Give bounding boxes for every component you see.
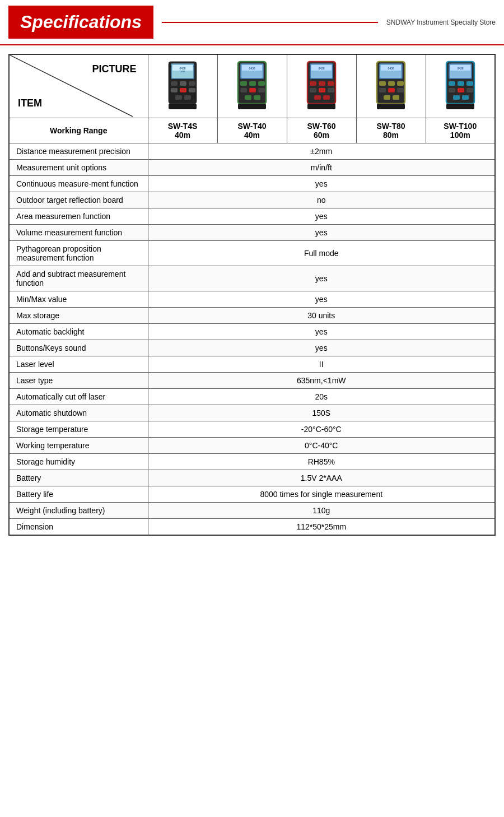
working-range-row: Working Range SW-T4S40m SW-T4040m SW-T60… [9,118,495,143]
spec-value: 0°C-40°C [148,438,495,454]
table-row: Continuous measure-ment function yes [9,176,495,192]
spec-item: Storage humidity [9,454,148,470]
spec-item: Distance measurement precision [9,143,148,160]
spec-item: Storage temperature [9,421,148,438]
device-icon-3: 0438 [302,59,341,112]
spec-value: no [148,192,495,208]
svg-rect-15 [169,104,197,109]
table-row: Automatic shutdown 150S [9,405,495,421]
spec-item: Pythagorean proposition measurement func… [9,241,148,266]
header: Specifications SNDWAY Instrument Special… [0,0,504,45]
table-row: Laser level II [9,356,495,373]
product-sw-t60: 0438 [287,54,356,118]
spec-item: Min/Max value [9,291,148,308]
svg-rect-36 [319,81,325,86]
spec-value: 1.5V 2*AAA [148,470,495,486]
product-image-5: 0438 [435,57,486,113]
store-name: SNDWAY Instrument Specialty Store [386,18,496,26]
spec-value: yes [148,225,495,241]
svg-rect-54 [397,88,404,92]
svg-text:0438: 0438 [249,67,255,70]
svg-text:0438: 0438 [388,67,394,70]
spec-value: 112*50*25mm [148,519,495,536]
spec-item: Automatic shutdown [9,405,148,421]
svg-rect-51 [397,81,404,86]
spec-value: yes [148,340,495,356]
svg-rect-40 [328,88,334,92]
spec-value: 20s [148,389,495,405]
spec-item: Laser type [9,373,148,389]
spec-item: Area measuremen function [9,208,148,225]
svg-rect-10 [171,88,178,92]
spec-item: Volume measurement function [9,225,148,241]
svg-rect-64 [458,81,464,86]
spec-title: Specifications [20,12,142,32]
product-sw-t40: 0438 [217,54,287,118]
spec-value: ±2mm [148,143,495,160]
table-row: Dimension 112*50*25mm [9,519,495,536]
svg-rect-71 [446,104,474,109]
svg-rect-55 [384,95,390,100]
header-line [162,22,378,23]
svg-rect-12 [189,88,195,92]
device-icon-2: 0438 [232,59,272,112]
table-row: Min/Max value yes [9,291,495,308]
svg-rect-9 [189,81,195,86]
table-row: Storage humidity RH85% [9,454,495,470]
spec-item: Dimension [9,519,148,536]
spec-value: 30 units [148,308,495,324]
svg-rect-22 [249,81,256,86]
svg-rect-26 [258,88,265,92]
spec-value: II [148,356,495,373]
svg-text:0438: 0438 [180,70,186,73]
svg-rect-24 [240,88,247,92]
item-label: ITEM [18,98,42,109]
range-sw-t60: SW-T6060m [287,118,356,143]
svg-rect-11 [180,88,186,92]
svg-rect-52 [379,88,386,92]
device-icon-4: 0438 [371,59,410,112]
svg-rect-38 [310,88,316,92]
spec-item: Battery [9,470,148,486]
svg-rect-41 [314,95,321,100]
table-row: Storage temperature -20°C-60°C [9,421,495,438]
spec-item: Automatically cut off laser [9,389,148,405]
table-row: Battery 1.5V 2*AAA [9,470,495,486]
svg-rect-57 [377,104,405,109]
svg-rect-53 [388,88,395,92]
product-sw-t100: 0438 [426,54,495,118]
svg-rect-8 [180,81,186,86]
spec-item: Battery life [9,486,148,503]
spec-item: Laser level [9,356,148,373]
svg-rect-49 [379,81,386,86]
svg-rect-35 [310,81,316,86]
picture-item-cell: PICTURE ITEM [9,54,148,118]
specifications-table: PICTURE ITEM 0438 0438 [8,54,496,536]
table-row: Working temperature 0°C-40°C [9,438,495,454]
svg-rect-42 [323,95,330,100]
working-range-label: Working Range [9,118,148,143]
table-row: Laser type 635nm,<1mW [9,373,495,389]
spec-item: Add and subtract measurement function [9,266,148,291]
table-row: Automatic backlight yes [9,324,495,340]
svg-rect-28 [254,95,260,100]
spec-value: -20°C-60°C [148,421,495,438]
table-row: Measurement unit options m/in/ft [9,160,495,176]
svg-rect-23 [258,81,265,86]
svg-rect-66 [449,88,455,92]
table-row: Automatically cut off laser 20s [9,389,495,405]
svg-rect-25 [249,88,256,92]
spec-item: Measurement unit options [9,160,148,176]
main-content: PICTURE ITEM 0438 0438 [0,48,504,547]
range-sw-t80: SW-T8080m [356,118,426,143]
spec-item: Continuous measure-ment function [9,176,148,192]
table-row: Outdoor target reflection board no [9,192,495,208]
svg-rect-7 [171,81,178,86]
svg-rect-37 [328,81,334,86]
product-sw-t80: 0438 [356,54,426,118]
svg-rect-65 [466,81,473,86]
table-row: Area measuremen function yes [9,208,495,225]
range-sw-t100: SW-T100100m [426,118,495,143]
table-row: Volume measurement function yes [9,225,495,241]
device-icon-1: 0438 0438 [163,59,202,112]
